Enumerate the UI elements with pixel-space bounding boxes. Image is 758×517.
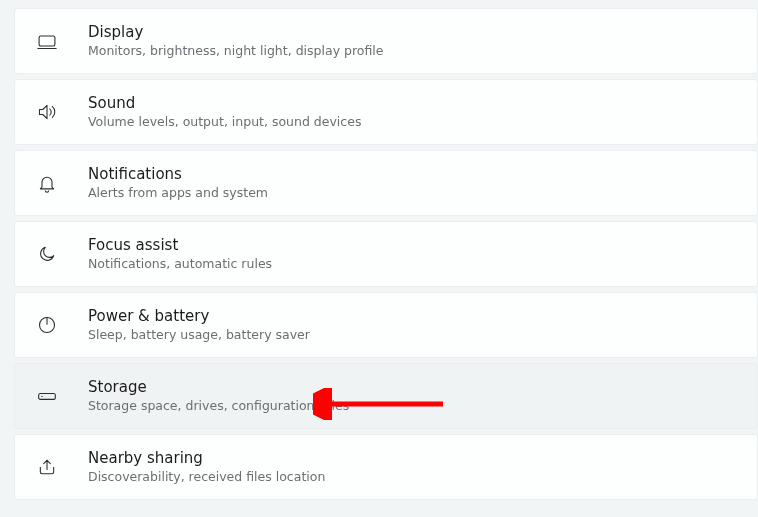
item-desc: Notifications, automatic rules [88,256,272,272]
item-text: Storage Storage space, drives, configura… [88,378,349,414]
svg-point-6 [41,396,42,397]
item-desc: Volume levels, output, input, sound devi… [88,114,361,130]
settings-item-focus-assist[interactable]: Focus assist Notifications, automatic ru… [14,221,758,287]
item-desc: Monitors, brightness, night light, displ… [88,43,383,59]
power-icon [33,311,61,339]
svg-marker-2 [40,105,48,118]
settings-item-nearby-sharing[interactable]: Nearby sharing Discoverability, received… [14,434,758,500]
item-title: Storage [88,378,349,396]
item-title: Sound [88,94,361,112]
item-desc: Alerts from apps and system [88,185,268,201]
item-title: Display [88,23,383,41]
settings-item-display[interactable]: Display Monitors, brightness, night ligh… [14,8,758,74]
sound-icon [33,98,61,126]
svg-rect-5 [39,394,56,400]
item-text: Focus assist Notifications, automatic ru… [88,236,272,272]
item-desc: Storage space, drives, configuration rul… [88,398,349,414]
item-text: Notifications Alerts from apps and syste… [88,165,268,201]
svg-rect-0 [39,36,55,46]
item-text: Display Monitors, brightness, night ligh… [88,23,383,59]
settings-item-power-battery[interactable]: Power & battery Sleep, battery usage, ba… [14,292,758,358]
settings-item-sound[interactable]: Sound Volume levels, output, input, soun… [14,79,758,145]
item-desc: Discoverability, received files location [88,469,325,485]
item-desc: Sleep, battery usage, battery saver [88,327,310,343]
item-title: Focus assist [88,236,272,254]
display-icon [33,27,61,55]
settings-item-storage[interactable]: Storage Storage space, drives, configura… [14,363,758,429]
item-title: Notifications [88,165,268,183]
settings-list: Display Monitors, brightness, night ligh… [0,8,758,503]
share-icon [33,453,61,481]
item-text: Sound Volume levels, output, input, soun… [88,94,361,130]
bell-icon [33,169,61,197]
item-title: Nearby sharing [88,449,325,467]
moon-icon [33,240,61,268]
item-title: Power & battery [88,307,310,325]
item-text: Nearby sharing Discoverability, received… [88,449,325,485]
item-text: Power & battery Sleep, battery usage, ba… [88,307,310,343]
storage-icon [33,382,61,410]
settings-item-notifications[interactable]: Notifications Alerts from apps and syste… [14,150,758,216]
